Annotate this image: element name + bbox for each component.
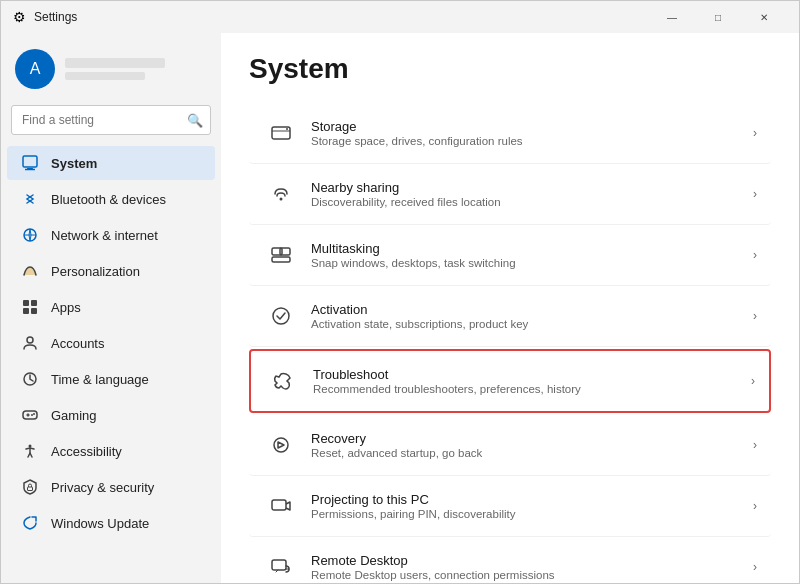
activation-text: Activation Activation state, subscriptio… xyxy=(311,302,753,330)
sidebar-item-gaming[interactable]: Gaming xyxy=(7,398,215,432)
search-input[interactable] xyxy=(11,105,211,135)
gaming-icon xyxy=(21,406,39,424)
recovery-text: Recovery Reset, advanced startup, go bac… xyxy=(311,431,753,459)
svg-rect-11 xyxy=(23,411,37,419)
multitasking-desc: Snap windows, desktops, task switching xyxy=(311,257,753,269)
svg-point-21 xyxy=(280,198,283,201)
svg-point-15 xyxy=(33,413,35,415)
window-title: Settings xyxy=(34,10,77,24)
sidebar-label-time: Time & language xyxy=(51,372,149,387)
accessibility-icon xyxy=(21,442,39,460)
nearby-chevron: › xyxy=(753,187,757,201)
projecting-text: Projecting to this PC Permissions, pairi… xyxy=(311,492,753,520)
svg-point-25 xyxy=(273,308,289,324)
sidebar-label-accounts: Accounts xyxy=(51,336,104,351)
projecting-desc: Permissions, pairing PIN, discoverabilit… xyxy=(311,508,753,520)
multitasking-title: Multitasking xyxy=(311,241,753,256)
multitasking-chevron: › xyxy=(753,248,757,262)
nearby-text: Nearby sharing Discoverability, received… xyxy=(311,180,753,208)
settings-item-troubleshoot[interactable]: Troubleshoot Recommended troubleshooters… xyxy=(249,349,771,413)
settings-item-projecting[interactable]: Projecting to this PC Permissions, pairi… xyxy=(249,476,771,537)
avatar-initials: A xyxy=(30,60,41,78)
window-controls: — □ ✕ xyxy=(649,1,787,33)
user-profile[interactable]: A xyxy=(1,41,221,101)
projecting-chevron: › xyxy=(753,499,757,513)
svg-point-26 xyxy=(274,438,288,452)
sidebar-item-windows-update[interactable]: Windows Update xyxy=(7,506,215,540)
sidebar-item-personalization[interactable]: Personalization xyxy=(7,254,215,288)
nearby-title: Nearby sharing xyxy=(311,180,753,195)
recovery-title: Recovery xyxy=(311,431,753,446)
sidebar-item-system[interactable]: System xyxy=(7,146,215,180)
sidebar-label-apps: Apps xyxy=(51,300,81,315)
multitasking-icon xyxy=(263,237,299,273)
title-bar-left: ⚙ Settings xyxy=(13,9,77,25)
settings-item-remote[interactable]: Remote Desktop Remote Desktop users, con… xyxy=(249,537,771,583)
svg-rect-0 xyxy=(23,156,37,167)
sidebar-label-accessibility: Accessibility xyxy=(51,444,122,459)
svg-rect-27 xyxy=(272,500,286,510)
search-box: 🔍 xyxy=(11,105,211,135)
settings-item-activation[interactable]: Activation Activation state, subscriptio… xyxy=(249,286,771,347)
sidebar-label-privacy: Privacy & security xyxy=(51,480,154,495)
sidebar-item-apps[interactable]: Apps xyxy=(7,290,215,324)
activation-desc: Activation state, subscriptions, product… xyxy=(311,318,753,330)
sidebar-item-bluetooth[interactable]: Bluetooth & devices xyxy=(7,182,215,216)
remote-title: Remote Desktop xyxy=(311,553,753,568)
time-icon xyxy=(21,370,39,388)
svg-rect-28 xyxy=(272,560,286,570)
close-button[interactable]: ✕ xyxy=(741,1,787,33)
bluetooth-icon xyxy=(21,190,39,208)
troubleshoot-title: Troubleshoot xyxy=(313,367,751,382)
network-icon xyxy=(21,226,39,244)
activation-chevron: › xyxy=(753,309,757,323)
remote-desc: Remote Desktop users, connection permiss… xyxy=(311,569,753,581)
sidebar-item-accessibility[interactable]: Accessibility xyxy=(7,434,215,468)
settings-window: ⚙ Settings — □ ✕ A xyxy=(0,0,800,584)
recovery-chevron: › xyxy=(753,438,757,452)
sidebar-label-network: Network & internet xyxy=(51,228,158,243)
user-email xyxy=(65,72,145,80)
sidebar-label-bluetooth: Bluetooth & devices xyxy=(51,192,166,207)
storage-chevron: › xyxy=(753,126,757,140)
projecting-icon xyxy=(263,488,299,524)
remote-text: Remote Desktop Remote Desktop users, con… xyxy=(311,553,753,581)
settings-item-multitasking[interactable]: Multitasking Snap windows, desktops, tas… xyxy=(249,225,771,286)
settings-item-nearby[interactable]: Nearby sharing Discoverability, received… xyxy=(249,164,771,225)
storage-icon xyxy=(263,115,299,151)
nearby-icon xyxy=(263,176,299,212)
title-bar: ⚙ Settings — □ ✕ xyxy=(1,1,799,33)
page-title: System xyxy=(249,53,771,85)
minimize-button[interactable]: — xyxy=(649,1,695,33)
storage-text: Storage Storage space, drives, configura… xyxy=(311,119,753,147)
accounts-icon xyxy=(21,334,39,352)
svg-rect-5 xyxy=(23,300,29,306)
multitasking-text: Multitasking Snap windows, desktops, tas… xyxy=(311,241,753,269)
avatar: A xyxy=(15,49,55,89)
sidebar-item-accounts[interactable]: Accounts xyxy=(7,326,215,360)
troubleshoot-text: Troubleshoot Recommended troubleshooters… xyxy=(313,367,751,395)
troubleshoot-icon xyxy=(265,363,301,399)
search-icon: 🔍 xyxy=(187,113,203,128)
sidebar-item-network[interactable]: Network & internet xyxy=(7,218,215,252)
storage-title: Storage xyxy=(311,119,753,134)
sidebar-label-personalization: Personalization xyxy=(51,264,140,279)
user-name xyxy=(65,58,165,68)
activation-icon xyxy=(263,298,299,334)
settings-list: Storage Storage space, drives, configura… xyxy=(249,103,771,583)
svg-rect-6 xyxy=(31,300,37,306)
svg-point-20 xyxy=(286,128,288,130)
svg-rect-7 xyxy=(23,308,29,314)
settings-icon: ⚙ xyxy=(13,9,26,25)
maximize-button[interactable]: □ xyxy=(695,1,741,33)
troubleshoot-chevron: › xyxy=(751,374,755,388)
personalization-icon xyxy=(21,262,39,280)
user-info xyxy=(65,58,165,80)
sidebar-label-windows-update: Windows Update xyxy=(51,516,149,531)
sidebar-item-time[interactable]: Time & language xyxy=(7,362,215,396)
window-content: A 🔍 xyxy=(1,33,799,583)
sidebar-label-system: System xyxy=(51,156,97,171)
sidebar-item-privacy[interactable]: Privacy & security xyxy=(7,470,215,504)
settings-item-storage[interactable]: Storage Storage space, drives, configura… xyxy=(249,103,771,164)
settings-item-recovery[interactable]: Recovery Reset, advanced startup, go bac… xyxy=(249,415,771,476)
